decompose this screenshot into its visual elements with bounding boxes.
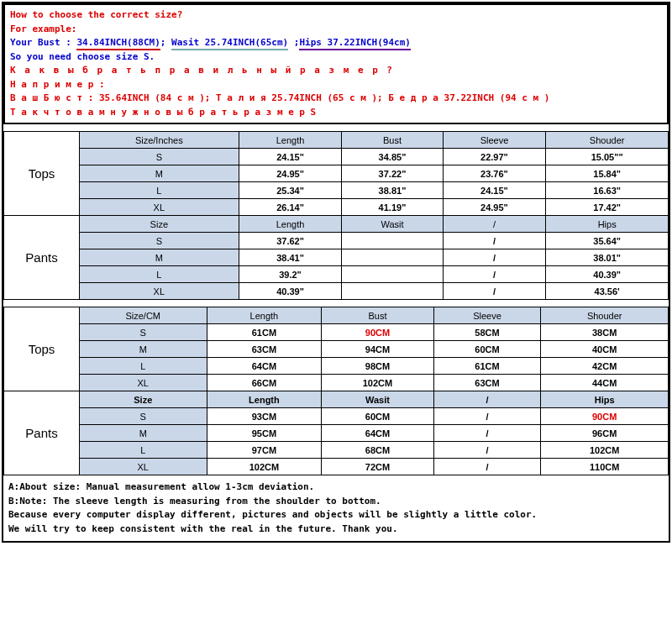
size-cell: L [80, 442, 207, 459]
header-cell: / [443, 216, 546, 233]
size-cell: S [80, 149, 239, 165]
value-cell: 61CM [207, 324, 322, 341]
note-b: B:Note: The sleeve length is measuring f… [8, 495, 664, 509]
size-cell: S [80, 324, 207, 341]
your-bust-label: Your Bust : [10, 37, 71, 48]
size-cell: M [80, 341, 207, 358]
table-inches-block: TopsSize/InchesLengthBustSleeveShouderS2… [3, 131, 669, 300]
value-cell: 90CM [322, 324, 433, 341]
value-cell: / [443, 283, 546, 300]
size-table-inches: TopsSize/InchesLengthBustSleeveShouderS2… [3, 131, 669, 300]
header-cell: Size/CM [80, 307, 207, 324]
value-cell: / [433, 408, 541, 425]
value-cell: / [433, 425, 541, 442]
size-cell: M [80, 165, 239, 182]
value-cell: 15.05"" [546, 149, 669, 165]
value-cell: 97CM [207, 442, 322, 459]
waist-label: Wasit 25.74INCH(65cm) [171, 37, 288, 50]
value-cell: 40CM [541, 341, 669, 358]
value-cell: 98CM [322, 358, 433, 375]
value-cell: 37.22" [342, 165, 443, 182]
ru-example-label: Н а п р и м е р : [10, 78, 662, 92]
how-to-title: How to choose the correct size? [10, 8, 662, 23]
footer-notes: A:About size: Manual measurement allow 1… [3, 475, 669, 541]
size-cell: XL [80, 375, 207, 391]
header-cell: Size [80, 391, 207, 408]
header-cell: Size/Inches [80, 132, 239, 149]
header-cell: Sleeve [443, 132, 546, 149]
value-cell: 44CM [541, 375, 669, 391]
size-cell: L [80, 358, 207, 375]
value-cell: 60CM [433, 341, 541, 358]
value-cell: 63CM [433, 375, 541, 391]
value-cell: 102CM [207, 459, 322, 475]
example-label: For example: [10, 23, 662, 37]
header-cell: Wasit [322, 391, 433, 408]
value-cell: 24.95" [443, 199, 546, 216]
hips-label: Hips 37.22INCH(94cm) [299, 37, 410, 50]
value-cell: 17.42" [546, 199, 669, 216]
bust-value: 34.84INCH(88CM) [76, 37, 160, 50]
value-cell [342, 233, 443, 249]
value-cell: 110CM [541, 459, 669, 475]
value-cell: / [433, 442, 541, 459]
value-cell [342, 283, 443, 300]
header-cell: Length [239, 132, 342, 149]
value-cell: 25.34" [239, 182, 342, 199]
value-cell: 72CM [322, 459, 433, 475]
size-cell: M [80, 249, 239, 266]
value-cell: / [443, 249, 546, 266]
value-cell: / [443, 266, 546, 283]
value-cell: 58CM [433, 324, 541, 341]
value-cell: 24.15" [443, 182, 546, 199]
value-cell: 38.01" [546, 249, 669, 266]
value-cell: 24.15" [239, 149, 342, 165]
value-cell: 66CM [207, 375, 322, 391]
example-line-en: Your Bust : 34.84INCH(88CM); Wasit 25.74… [10, 36, 662, 50]
value-cell: 15.84" [546, 165, 669, 182]
size-cell: S [80, 233, 239, 249]
category-cell: Pants [4, 216, 80, 300]
header-cell: Length [207, 307, 322, 324]
header-cell: Wasit [342, 216, 443, 233]
value-cell: 38.81" [342, 182, 443, 199]
header-cell: Shouder [546, 132, 669, 149]
header-cell: Hips [541, 391, 669, 408]
value-cell: / [443, 233, 546, 249]
category-cell: Tops [4, 132, 80, 216]
conclusion-en: So you need choose size S. [10, 50, 662, 65]
value-cell: 96CM [541, 425, 669, 442]
value-cell: 68CM [322, 442, 433, 459]
note-a: A:About size: Manual measurement allow 1… [8, 480, 664, 495]
value-cell: 64CM [322, 425, 433, 442]
header-cell: Length [239, 216, 342, 233]
value-cell: 102CM [322, 375, 433, 391]
value-cell: 43.56' [546, 283, 669, 300]
header-cell: Bust [322, 307, 433, 324]
header-cell: Shouder [541, 307, 669, 324]
header-cell: Size [80, 216, 239, 233]
instruction-box: How to choose the correct size? For exam… [3, 3, 669, 124]
header-cell: Hips [546, 216, 669, 233]
note-c: Because every computer display different… [8, 508, 664, 522]
value-cell: 95CM [207, 425, 322, 442]
value-cell: 40.39" [546, 266, 669, 283]
value-cell: 40.39" [239, 283, 342, 300]
category-cell: Pants [4, 391, 80, 475]
value-cell: 90CM [541, 408, 669, 425]
ru-conclusion: Т а к ч т о в а м н у ж н о в ы б р а т … [10, 106, 662, 120]
value-cell: 60CM [322, 408, 433, 425]
size-cell: L [80, 182, 239, 199]
value-cell: 63CM [207, 341, 322, 358]
header-cell: / [433, 391, 541, 408]
value-cell: 41.19" [342, 199, 443, 216]
value-cell: 102CM [541, 442, 669, 459]
value-cell: 26.14" [239, 199, 342, 216]
value-cell: 61CM [433, 358, 541, 375]
value-cell: 93CM [207, 408, 322, 425]
value-cell: 38.41" [239, 249, 342, 266]
value-cell: 22.97" [443, 149, 546, 165]
size-cell: XL [80, 199, 239, 216]
size-cell: XL [80, 283, 239, 300]
value-cell: 37.62" [239, 233, 342, 249]
